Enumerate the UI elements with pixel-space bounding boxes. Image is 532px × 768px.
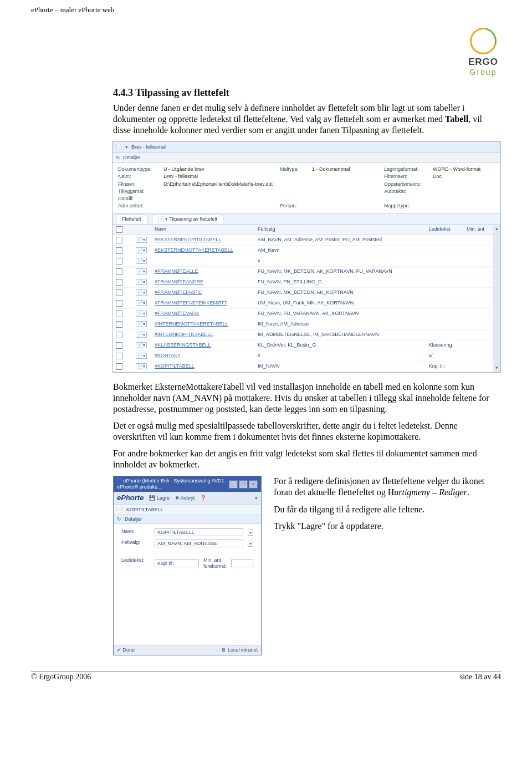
row-menu-icon[interactable]: 📄▾ xyxy=(136,237,147,243)
row-checkbox[interactable] xyxy=(116,268,122,275)
ss2-detaljer-bar[interactable]: ↻ Detaljer xyxy=(114,515,261,524)
lbl-person: Person: xyxy=(280,203,312,209)
table-row[interactable]: 📄▾#FRAMMØTEVARAFU_NAVN, FU_VARANAVN, AK_… xyxy=(112,308,493,319)
table-row[interactable]: 📄▾#INTERNEMOTTAKERETABELLIM_Navn, AM_Adr… xyxy=(112,319,493,329)
row-checkbox[interactable] xyxy=(116,353,122,359)
checkbox-all[interactable] xyxy=(116,226,122,233)
close-icon[interactable]: × xyxy=(249,480,258,489)
row-menu-icon[interactable]: 📄▾ xyxy=(136,247,147,253)
row-name[interactable]: #FRAMMØTEVARA xyxy=(155,311,199,316)
row-checkbox[interactable] xyxy=(116,237,122,243)
scrollbar[interactable]: ▴ ▾ xyxy=(493,225,500,372)
row-checkbox[interactable] xyxy=(116,321,122,328)
table-row[interactable]: 📄▾x xyxy=(112,256,493,266)
row-name[interactable]: #FRAMMØTEALLE xyxy=(155,268,198,274)
row-ledetekst: Kopi til: xyxy=(426,361,463,372)
avbryt-button[interactable]: ✖ Avbryt xyxy=(175,495,195,501)
col-navn[interactable]: Navn xyxy=(151,225,254,235)
ergo-logo-name: ERGO xyxy=(466,57,501,68)
ss1-detaljer-bar[interactable]: ↻ Detaljer xyxy=(112,153,500,163)
row-menu-icon[interactable]: 📄▾ xyxy=(136,279,147,285)
minimize-icon[interactable]: _ xyxy=(229,480,238,489)
row-menu-icon[interactable]: 📄▾ xyxy=(136,311,147,317)
row-minant xyxy=(463,340,493,350)
lbl-doktype: Dokumenttype: xyxy=(118,166,163,172)
row-menu-icon[interactable]: 📄▾ xyxy=(136,353,147,359)
refresh-icon: ↻ xyxy=(116,155,120,161)
lagre-button[interactable]: 💾 Lagre xyxy=(149,495,170,501)
row-menu-icon[interactable]: 📄▾ xyxy=(136,363,147,369)
val-mappetype xyxy=(433,203,495,209)
refresh-icon: ↻ xyxy=(117,516,121,522)
val-navn: Brev - fellesmal xyxy=(163,174,280,180)
row-ledetekst xyxy=(426,235,463,245)
row-name[interactable]: #KOPITILTABELL xyxy=(155,363,195,369)
row-name[interactable]: #EKSTERNEKOPITILTABELL xyxy=(155,237,221,242)
row-menu-icon[interactable]: 📄▾ xyxy=(136,332,147,338)
navn-input[interactable]: KOPITILTABELL xyxy=(155,528,243,536)
row-checkbox[interactable] xyxy=(116,247,122,254)
row-feltvalg: IM_Navn, AM_Adresse xyxy=(254,319,425,329)
tab-flettefelt[interactable]: Flettefelt xyxy=(116,215,147,224)
row-checkbox[interactable] xyxy=(116,289,122,296)
row-name[interactable]: #FRAMMØTEFASTE xyxy=(155,289,202,295)
table-row[interactable]: 📄▾#FRAMMØTEANDREFU_NAVN, PN_STILLING_G xyxy=(112,277,493,287)
maximize-icon[interactable]: □ xyxy=(239,480,248,489)
row-menu-icon[interactable]: 📄▾ xyxy=(136,268,147,274)
row-checkbox[interactable] xyxy=(116,332,122,338)
col-ledetekst[interactable]: Ledetekst xyxy=(426,225,463,235)
feltvalg-input[interactable]: AM_NAVN, AM_ADRESSE xyxy=(155,540,243,547)
table-row[interactable]: 📄▾#KLASSERINGSTABELLKL_OrdnVer, KL_Beskr… xyxy=(112,340,493,350)
val-admenhet xyxy=(163,203,280,209)
row-ledetekst xyxy=(426,277,463,287)
table-row[interactable]: 📄▾#KONTAKTxv/ xyxy=(112,350,493,361)
table-row[interactable]: 📄▾#FRAMMØTEFASTEIKKEMØTTUM_Navn, UM_Funk… xyxy=(112,298,493,308)
dropdown-icon[interactable]: ▾ xyxy=(248,530,253,536)
row-name[interactable]: #KLASSERINGSTABELL xyxy=(155,342,211,348)
col-feltvalg[interactable]: Feltvalg xyxy=(254,225,425,235)
ergo-logo-sub: Group xyxy=(466,68,501,77)
row-ledetekst xyxy=(426,256,463,266)
row-checkbox[interactable] xyxy=(116,363,122,370)
row-checkbox[interactable] xyxy=(116,300,122,307)
table-row[interactable]: 📄▾#EKSTERNEMOTTAKERETABELLAM_Navn xyxy=(112,245,493,256)
tab-tilpasning[interactable]: 📄 ▾ Tilpasning av flettefelt xyxy=(152,215,224,224)
row-ledetekst: Klassering: xyxy=(426,340,463,350)
paragraph-1: Under denne fanen er det mulig selv å de… xyxy=(113,103,490,136)
row-menu-icon[interactable]: 📄▾ xyxy=(136,342,147,348)
table-row[interactable]: 📄▾#KOPITILTABELLIM_NAVNKopi til: xyxy=(112,361,493,372)
row-feltvalg: x xyxy=(254,350,425,361)
row-name[interactable]: #FRAMMØTEFASTEIKKEMØTT xyxy=(155,300,227,306)
row-menu-icon[interactable]: 📄▾ xyxy=(136,300,147,306)
col-minant[interactable]: Min. ant xyxy=(463,225,493,235)
dropdown-icon[interactable]: ▾ xyxy=(248,541,253,547)
row-name[interactable]: #KONTAKT xyxy=(155,353,181,358)
table-row[interactable]: 📄▾#FRAMMØTEFASTEFU_NAVN, MK_BETEGN, AK_K… xyxy=(112,287,493,298)
row-checkbox[interactable] xyxy=(116,342,122,349)
row-menu-icon[interactable]: 📄▾ xyxy=(136,321,147,327)
chevron-down-icon[interactable]: ▾ xyxy=(125,144,128,150)
row-name[interactable]: #EKSTERNEMOTTAKERETABELL xyxy=(155,247,233,253)
row-checkbox[interactable] xyxy=(116,258,122,265)
row-name[interactable]: #INTERNKOPITILTABELL xyxy=(155,332,213,337)
row-menu-icon[interactable]: 📄▾ xyxy=(136,289,147,296)
lbl-maltype: Maltype: xyxy=(280,166,312,172)
table-row[interactable]: 📄▾#INTERNKOPITILTABELLIM_ADMBETEGNELSE, … xyxy=(112,329,493,340)
page-footer: © ErgoGroup 2006 side 18 av 44 xyxy=(31,671,501,681)
row-checkbox[interactable] xyxy=(116,311,122,317)
row-ledetekst xyxy=(426,308,463,319)
row-name[interactable]: #FRAMMØTEANDRE xyxy=(155,279,203,284)
ss2-lbl-ledetekst: Ledetekst: xyxy=(121,557,155,570)
row-name[interactable]: #INTERNEMOTTAKERETABELL xyxy=(155,321,228,327)
scroll-down-icon[interactable]: ▾ xyxy=(495,365,498,371)
table-row[interactable]: 📄▾#FRAMMØTEALLEFU_NAVN, MK_BETEGN, AK_KO… xyxy=(112,266,493,277)
row-menu-icon[interactable]: 📄▾ xyxy=(136,258,147,264)
chevron-down-icon[interactable]: ▾ xyxy=(255,495,258,501)
table-row[interactable]: 📄▾#EKSTERNEKOPITILTABELLAM_NAVN, AM_Adre… xyxy=(112,235,493,245)
minant-input[interactable] xyxy=(231,560,253,567)
help-icon[interactable]: ❓ xyxy=(200,495,206,501)
ledetekst-input[interactable]: Kopi til: xyxy=(155,560,199,567)
row-checkbox[interactable] xyxy=(116,279,122,286)
row-feltvalg: KL_OrdnVer, KL_Beskr_G xyxy=(254,340,425,350)
scroll-up-icon[interactable]: ▴ xyxy=(495,226,498,232)
